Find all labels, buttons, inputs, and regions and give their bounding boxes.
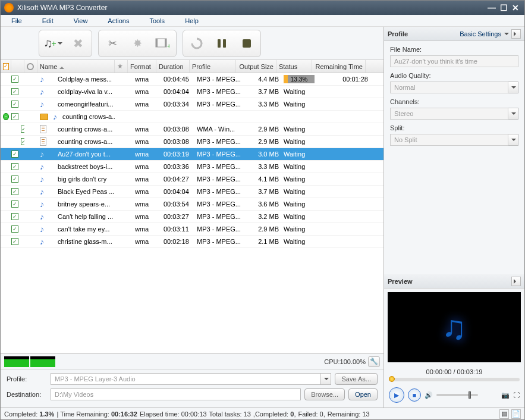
volume-slider[interactable] xyxy=(436,394,478,396)
pause-button[interactable] xyxy=(210,33,233,54)
cpu-settings-button[interactable]: 🔧 xyxy=(368,356,380,367)
row-size: 3.7 MB xyxy=(241,88,281,95)
open-button[interactable]: Open xyxy=(348,388,378,400)
table-row[interactable]: counting crows-a...wma00:03:08WMA - Win.… xyxy=(1,123,383,136)
view-mode-button[interactable]: ▤ xyxy=(499,409,509,419)
quality-select[interactable]: Normal xyxy=(390,82,508,93)
menu-actions[interactable]: Actions xyxy=(102,17,143,24)
row-checkbox[interactable] xyxy=(11,113,18,120)
col-duration[interactable]: Duration xyxy=(156,60,190,73)
table-row[interactable]: counting crows-a...wma00:03:08MP3 - MPEG… xyxy=(1,136,383,148)
row-checkbox[interactable] xyxy=(11,151,18,158)
volume-handle[interactable] xyxy=(469,391,471,399)
close-button[interactable]: ✕ xyxy=(510,3,521,12)
row-name: Coldplay-a mess... xyxy=(55,76,120,83)
collapse-icon[interactable]: − xyxy=(3,113,9,120)
app-logo-icon xyxy=(4,3,14,12)
row-checkbox[interactable] xyxy=(21,138,24,145)
channels-dropdown-button[interactable] xyxy=(508,108,518,120)
table-row[interactable]: ♪backstreet boys-i...wma00:03:36MP3 - MP… xyxy=(1,161,383,173)
profile-select[interactable]: MP3 - MPEG Layer-3 Audio xyxy=(51,373,320,385)
preview-seek-slider[interactable] xyxy=(389,378,520,381)
destination-input[interactable]: D:\My Videos xyxy=(51,388,301,400)
profile-collapse-button[interactable] xyxy=(511,29,521,39)
col-format[interactable]: Format xyxy=(128,60,156,73)
row-status: Waiting xyxy=(281,101,317,108)
music-note-icon: ♫ xyxy=(442,308,467,347)
row-remaining: 00:01:28 xyxy=(317,76,370,83)
maximize-button[interactable]: ☐ xyxy=(498,3,509,12)
music-icon: ♪ xyxy=(40,74,44,84)
stop-button[interactable] xyxy=(235,33,258,54)
basic-settings-link[interactable]: Basic Settings xyxy=(460,30,509,37)
col-remaining[interactable]: Remaining Time xyxy=(312,60,366,73)
row-checkbox[interactable] xyxy=(11,76,18,83)
table-row[interactable]: ♪coldplay-viva la v...wma00:04:04MP3 - M… xyxy=(1,86,383,98)
split-dropdown-button[interactable] xyxy=(508,134,518,146)
split-select[interactable]: No Split xyxy=(390,134,508,146)
col-star[interactable]: ★ xyxy=(115,60,128,73)
table-row[interactable]: ♪comeongirlfeaturi...wma00:03:34MP3 - MP… xyxy=(1,98,383,111)
table-row[interactable]: ♪christine glass-m...wma00:02:18MP3 - MP… xyxy=(1,236,383,248)
select-all-checkbox[interactable] xyxy=(3,63,9,70)
filename-input[interactable]: Au27-don't you think it's time xyxy=(390,55,518,67)
row-checkbox[interactable] xyxy=(11,88,18,95)
col-name[interactable]: Name xyxy=(37,60,115,73)
seek-handle[interactable] xyxy=(389,376,395,382)
row-checkbox[interactable] xyxy=(11,163,18,170)
table-row[interactable]: ♪britney spears-e...wma00:03:54MP3 - MPE… xyxy=(1,198,383,211)
row-checkbox[interactable] xyxy=(11,188,18,195)
row-profile: MP3 - MPEG... xyxy=(194,225,241,233)
profile-dropdown-button[interactable] xyxy=(320,373,331,385)
table-row[interactable]: ♪big girls don't crywma00:04:27MP3 - MPE… xyxy=(1,173,383,186)
add-files-button[interactable]: ♫+ xyxy=(42,33,64,54)
row-checkbox[interactable] xyxy=(11,213,18,220)
clip-add-button[interactable]: + xyxy=(151,33,174,54)
row-duration: 00:03:19 xyxy=(161,151,194,158)
row-checkbox[interactable] xyxy=(21,126,24,133)
menu-file[interactable]: File xyxy=(5,17,36,24)
row-checkbox[interactable] xyxy=(11,200,18,208)
col-marker[interactable] xyxy=(24,60,37,73)
fullscreen-button[interactable]: ⛶ xyxy=(513,391,520,399)
table-row[interactable]: ♪can't take my ey...wma00:03:11MP3 - MPE… xyxy=(1,223,383,236)
toolbar: ♫+ ✖ ✂ ✸ + xyxy=(1,27,383,60)
minimize-button[interactable]: — xyxy=(486,3,497,12)
row-checkbox[interactable] xyxy=(11,238,18,245)
row-checkbox[interactable] xyxy=(11,225,18,233)
table-row[interactable]: −♪counting crows-a... xyxy=(1,111,383,123)
menu-help[interactable]: Help xyxy=(179,17,213,24)
browse-button[interactable]: Browse... xyxy=(304,388,345,400)
col-check xyxy=(11,60,24,73)
menu-tools[interactable]: Tools xyxy=(143,17,179,24)
volume-icon[interactable]: 🔊 xyxy=(425,391,433,399)
table-row[interactable]: ♪Black Eyed Peas ...wma00:04:04MP3 - MPE… xyxy=(1,186,383,198)
row-checkbox[interactable] xyxy=(11,101,18,108)
preview-stop-button[interactable]: ■ xyxy=(408,388,421,402)
row-checkbox[interactable] xyxy=(11,175,18,183)
row-size: 2.9 MB xyxy=(241,126,281,133)
quality-dropdown-button[interactable] xyxy=(508,82,518,93)
menu-edit[interactable]: Edit xyxy=(36,17,68,24)
col-status[interactable]: Status xyxy=(276,60,312,73)
music-icon: ♪ xyxy=(40,174,44,184)
remove-button[interactable]: ✖ xyxy=(67,33,89,54)
cut-button[interactable]: ✂ xyxy=(101,33,124,54)
menu-view[interactable]: View xyxy=(68,17,102,24)
col-profile[interactable]: Profile xyxy=(190,60,236,73)
ring-icon xyxy=(27,63,34,70)
row-duration: 00:04:27 xyxy=(161,175,194,183)
effects-button[interactable]: ✸ xyxy=(126,33,149,54)
play-button[interactable]: ▶ xyxy=(389,387,404,403)
log-button[interactable]: 📄 xyxy=(511,409,521,419)
row-name: big girls don't cry xyxy=(55,175,120,183)
table-row[interactable]: ♪Can't help falling ...wma00:03:27MP3 - … xyxy=(1,211,383,223)
snapshot-button[interactable]: 📷 xyxy=(501,391,510,399)
channels-select[interactable]: Stereo xyxy=(390,108,508,120)
convert-button[interactable] xyxy=(186,33,208,54)
preview-collapse-button[interactable] xyxy=(511,277,521,286)
table-row[interactable]: ♪Coldplay-a mess...wma00:04:45MP3 - MPEG… xyxy=(1,73,383,86)
table-row[interactable]: ♪Au27-don't you t...wma00:03:19MP3 - MPE… xyxy=(1,148,383,161)
save-as-button[interactable]: Save As... xyxy=(335,373,378,385)
col-output-size[interactable]: Output Size xyxy=(236,60,276,73)
